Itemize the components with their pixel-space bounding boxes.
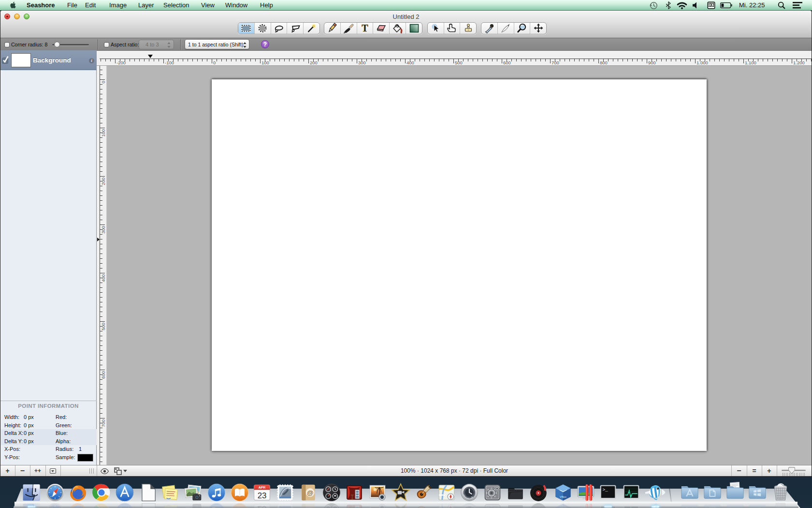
svg-text:T: T	[362, 23, 368, 33]
